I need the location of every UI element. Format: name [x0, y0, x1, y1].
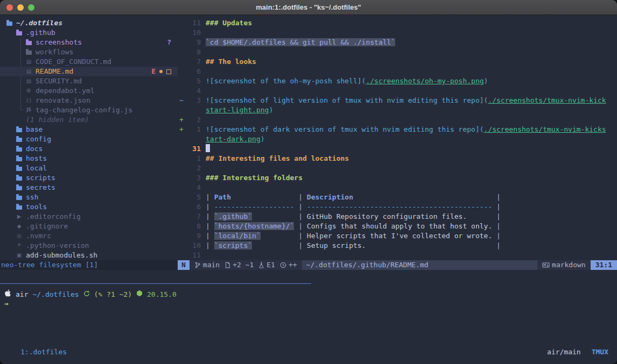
untracked-badge: ?	[167, 38, 171, 47]
folder-open-icon	[16, 31, 22, 35]
editor-line[interactable]: 31	[178, 144, 617, 154]
zoom-button[interactable]	[28, 4, 34, 11]
line-number: 6	[187, 67, 201, 76]
editor-buffer: 11### Updates 10 9`cd $HOME/.dotfiles &&…	[178, 18, 617, 260]
text-segment: start-light.png	[206, 106, 269, 114]
tree-item-tag-changelog-config-js[interactable]: JStag-changelog-config.js	[0, 105, 178, 115]
tree-item-label: tag-changelog-config.js	[36, 105, 132, 115]
tree-item-nvmrc[interactable]: ◎.nvmrc	[0, 231, 178, 241]
text-segment: ./screenshots/tmux-nvim-kick	[488, 96, 606, 104]
editor-line[interactable]: ~3![screenshot of light version of tmux …	[178, 96, 617, 105]
editor-line[interactable]: 2	[178, 163, 617, 173]
text-segment: -------------------	[214, 203, 295, 211]
editor-line[interactable]: 1## Interesting files and locations	[178, 154, 617, 163]
editor-line[interactable]: 5![screenshot of the oh-my-posh shell](.…	[178, 76, 617, 86]
tree-item-scripts[interactable]: scripts	[0, 173, 178, 183]
tree-item-dotfiles[interactable]: ~/.dotfiles	[0, 18, 178, 28]
line-text: tart-dark.png)	[206, 134, 265, 144]
tree-item-dependabot-yml[interactable]: ⚙dependabot.yml	[0, 86, 178, 96]
folder-icon	[16, 128, 22, 132]
text-segment: `.github`	[214, 212, 252, 220]
minimize-button[interactable]	[17, 4, 24, 11]
tree-item-secrets[interactable]: secrets	[0, 183, 178, 192]
tree-item-github[interactable]: .github	[0, 28, 178, 38]
editor-line[interactable]: 8	[178, 47, 617, 57]
editor-line[interactable]: 10| `scripts` | Setup scripts. |	[178, 241, 617, 251]
tree-item-label: secrets	[26, 183, 55, 192]
line-number: 9	[187, 38, 201, 47]
ring-icon: ◎	[16, 231, 22, 241]
tree-item-gitignore[interactable]: ◆.gitignore	[0, 222, 178, 231]
gutter-sign: ~	[178, 96, 187, 105]
editor-line[interactable]: 6| ------------------- | ---------------…	[178, 202, 617, 212]
editor-line[interactable]: 5| Path | Description |	[178, 192, 617, 202]
pending-segment: ++	[280, 260, 297, 270]
tree-item-hosts[interactable]: hosts	[0, 154, 178, 163]
tree-item-security-md[interactable]: ▤SECURITY.md	[0, 76, 178, 86]
line-number	[187, 134, 201, 144]
editor-line[interactable]: 10	[178, 28, 617, 38]
prompt-arrow[interactable]: →	[4, 299, 9, 309]
editor-line[interactable]: 11	[178, 251, 617, 260]
line-text: | ------------------- | ----------------…	[206, 202, 501, 212]
tree-item-add-submodules-sh[interactable]: ▣add-submodules.sh	[0, 251, 178, 260]
tree-item-1-hidden-item[interactable]: (1 hidden item)	[0, 115, 178, 125]
box-icon: ▣	[16, 251, 22, 260]
tree-item-base[interactable]: base	[0, 125, 178, 134]
tree-item-ssh[interactable]: ssh	[0, 192, 178, 202]
editor-line[interactable]: 9`cd $HOME/.dotfiles && git pull && ./in…	[178, 38, 617, 47]
folder-icon	[16, 147, 22, 152]
tmux-pane-border[interactable]	[0, 283, 311, 284]
flask-icon	[258, 262, 264, 268]
text-segment: ./screenshots/tmux-nvim-kicks	[484, 125, 606, 133]
tree-item-editorconfig[interactable]: ▶.editorconfig	[0, 212, 178, 222]
editor-line[interactable]: 6	[178, 67, 617, 76]
editor-line[interactable]: 4	[178, 86, 617, 96]
text-segment: )	[261, 135, 265, 143]
line-text: | Path | Description |	[206, 192, 501, 202]
tree-item-label: config	[26, 134, 51, 144]
folder-icon	[16, 186, 22, 190]
tree-item-workflows[interactable]: workflows	[0, 47, 178, 57]
tree-item-config[interactable]: config	[0, 134, 178, 144]
editor-line[interactable]: +2	[178, 115, 617, 125]
text-segment: |	[206, 193, 214, 201]
gutter-sign	[178, 231, 187, 241]
gear-icon: ⚙	[26, 86, 32, 96]
tree-item-docs[interactable]: docs	[0, 144, 178, 154]
editor-line[interactable]: 8| `hosts/{hostname}/` | Configs that sh…	[178, 222, 617, 231]
editor-line[interactable]: start-light.png)	[178, 105, 617, 115]
mode-indicator: N	[178, 260, 190, 270]
tree-item-label: local	[26, 163, 47, 173]
close-button[interactable]	[6, 4, 13, 11]
tmux-window-tab[interactable]: 1:.dotfiles	[20, 347, 67, 357]
editor-line[interactable]: 7| `.github` | GitHub Repository configu…	[178, 212, 617, 222]
tree-item-label: ssh	[26, 192, 38, 202]
line-number: 2	[187, 163, 201, 173]
line-number: 31	[187, 144, 201, 154]
tree-item-local[interactable]: local	[0, 163, 178, 173]
line-number: 4	[187, 86, 201, 96]
text-segment: Configs that should apply to that host o…	[307, 222, 492, 230]
text-segment: |	[467, 212, 501, 220]
gutter-sign: +	[178, 115, 187, 125]
tree-item-readme-md[interactable]: ▤README.mdE	[0, 67, 178, 76]
tree-item-tools[interactable]: tools	[0, 202, 178, 212]
gutter-sign	[178, 212, 187, 222]
editor-line[interactable]: 9| `local/bin` | Helper scripts that I'v…	[178, 231, 617, 241]
editor-line[interactable]: tart-dark.png)	[178, 134, 617, 144]
star-icon: *	[16, 241, 22, 251]
modified-badge	[159, 70, 163, 73]
tree-item-screenshots[interactable]: screenshots?	[0, 38, 178, 47]
editor-line[interactable]: 3### Interesting folders	[178, 173, 617, 183]
editor-line[interactable]: 4	[178, 183, 617, 192]
tree-item-python-version[interactable]: *.python-version	[0, 241, 178, 251]
shell-prompt: air ~/.dotfiles (✎ ?1 ~2) 20.15.0	[4, 289, 181, 299]
line-number: 6	[187, 202, 201, 212]
tree-item-renovate-json[interactable]: {}renovate.json	[0, 96, 178, 105]
editor-line[interactable]: 11### Updates	[178, 18, 617, 28]
file-path[interactable]: ~/.dotfiles/.github/README.md	[302, 260, 537, 270]
tree-item-code-of-conduct-md[interactable]: ▤CODE_OF_CONDUCT.md	[0, 57, 178, 67]
editor-line[interactable]: +1![screenshot of dark version of tmux w…	[178, 125, 617, 134]
editor-line[interactable]: 7## The looks	[178, 57, 617, 67]
